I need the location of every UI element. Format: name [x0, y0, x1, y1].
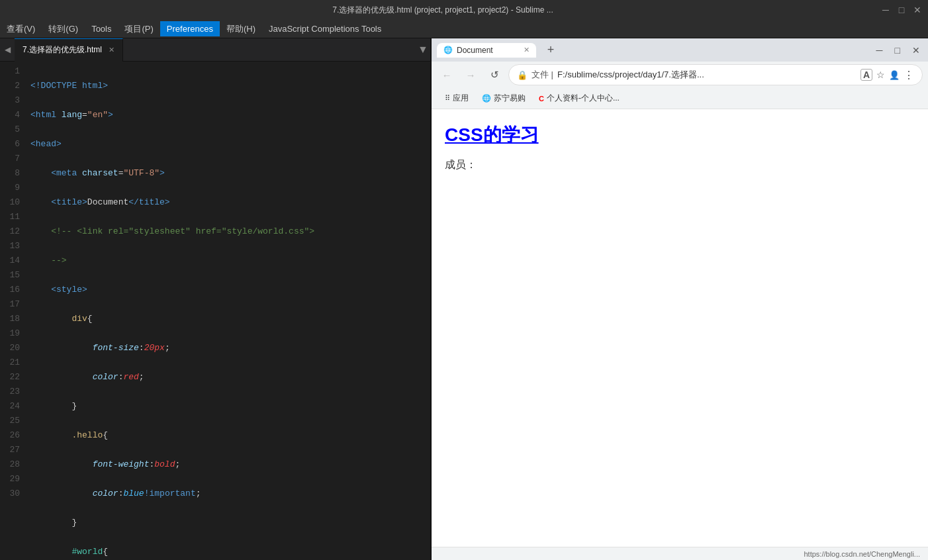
browser-tab-active[interactable]: 🌐 Document ✕	[437, 43, 536, 58]
menu-preferences[interactable]: Preferences	[160, 21, 220, 36]
line-numbers: 12345 678910 1112131415 1617181920 21222…	[0, 62, 25, 560]
nav-refresh-button[interactable]: ↺	[485, 65, 504, 85]
translate-icon[interactable]: A	[860, 69, 872, 81]
browser-minimize-button[interactable]: ─	[874, 45, 886, 56]
browser-tab-close-button[interactable]: ✕	[524, 46, 530, 54]
browser-pane: 🌐 Document ✕ + ─ □ ✕ ← → ↺ 🔒 文件 | F:/sub…	[430, 38, 928, 560]
profile-bookmark-icon: C	[539, 95, 544, 103]
bookmark-suning-label: 苏宁易购	[494, 93, 526, 104]
code-content[interactable]: <!DOCTYPE html> <html lang="en"> <head> …	[25, 62, 430, 560]
address-bar[interactable]: 🔒 文件 | F:/sublime/css/project/day1/7.选择器…	[508, 64, 923, 85]
browser-status-bar: https://blog.csdn.net/ChengMengli...	[432, 547, 928, 560]
menu-bar: 查看(V) 转到(G) Tools 项目(P) Preferences 帮助(H…	[0, 20, 928, 38]
bookmark-apps-label: 应用	[453, 93, 469, 104]
menu-project[interactable]: 项目(P)	[118, 21, 160, 38]
tab-label: 7.选择器的优先级.html	[23, 44, 102, 56]
menu-view[interactable]: 查看(V)	[0, 21, 42, 38]
profile-icon[interactable]: 👤	[889, 70, 900, 80]
browser-maximize-button[interactable]: □	[892, 45, 903, 56]
suning-icon: 🌐	[482, 94, 491, 103]
tab-arrow-left[interactable]: ◀	[0, 38, 15, 62]
bookmark-suning[interactable]: 🌐 苏宁易购	[477, 91, 531, 105]
maximize-button[interactable]: □	[896, 5, 907, 15]
menu-goto[interactable]: 转到(G)	[42, 21, 85, 38]
menu-help[interactable]: 帮助(H)	[220, 21, 262, 38]
main-content: ◀ 7.选择器的优先级.html ✕ ▼ 12345 678910 111213…	[0, 38, 928, 560]
browser-content: CSS的学习 成员：	[432, 109, 928, 547]
address-lock-icon: 🔒	[517, 70, 528, 80]
title-bar-controls: ─ □ ✕	[880, 5, 923, 15]
browser-title-bar: 🌐 Document ✕ + ─ □ ✕	[432, 38, 928, 62]
browser-tab-title: Document	[457, 46, 493, 55]
title-bar-text: 7.选择器的优先级.html (project, project1, proje…	[5, 5, 880, 16]
code-area[interactable]: 12345 678910 1112131415 1617181920 21222…	[0, 62, 430, 560]
title-bar: 7.选择器的优先级.html (project, project1, proje…	[0, 0, 928, 20]
page-member: 成员：	[445, 158, 915, 172]
bookmark-profile-label: 个人资料-个人中心...	[547, 93, 620, 104]
browser-nav-bar: ← → ↺ 🔒 文件 | F:/sublime/css/project/day1…	[432, 62, 928, 88]
tab-close-button[interactable]: ✕	[109, 46, 115, 54]
menu-tools[interactable]: Tools	[85, 21, 118, 36]
browser-status-text: https://blog.csdn.net/ChengMengli...	[804, 550, 921, 558]
apps-icon: ⠿	[445, 94, 450, 103]
bookmark-star-icon[interactable]: ☆	[876, 70, 885, 80]
bookmarks-bar: ⠿ 应用 🌐 苏宁易购 C 个人资料-个人中心...	[432, 88, 928, 109]
browser-menu-icon[interactable]: ⋮	[904, 69, 914, 81]
browser-window-controls: ─ □ ✕	[874, 45, 923, 56]
editor-tab-active[interactable]: 7.选择器的优先级.html ✕	[15, 38, 123, 62]
address-prefix: 文件 |	[532, 69, 553, 81]
browser-tab-icon: 🌐	[443, 46, 453, 54]
nav-forward-button[interactable]: →	[461, 65, 481, 85]
tab-bar: ◀ 7.选择器的优先级.html ✕ ▼	[0, 38, 430, 62]
page-heading: CSS的学习	[445, 122, 915, 148]
menu-js-completions[interactable]: JavaScript Completions Tools	[262, 21, 388, 36]
nav-back-button[interactable]: ←	[437, 65, 457, 85]
editor-pane: ◀ 7.选择器的优先级.html ✕ ▼ 12345 678910 111213…	[0, 38, 430, 560]
close-button[interactable]: ✕	[912, 5, 923, 15]
bookmark-apps[interactable]: ⠿ 应用	[440, 91, 474, 105]
browser-new-tab-button[interactable]: +	[541, 41, 560, 60]
address-url: F:/sublime/css/project/day1/7.选择器...	[557, 69, 857, 81]
minimize-button[interactable]: ─	[880, 5, 891, 15]
browser-close-button[interactable]: ✕	[909, 45, 923, 56]
tab-more-button[interactable]: ▼	[416, 38, 430, 62]
bookmark-profile[interactable]: C 个人资料-个人中心...	[534, 91, 625, 105]
